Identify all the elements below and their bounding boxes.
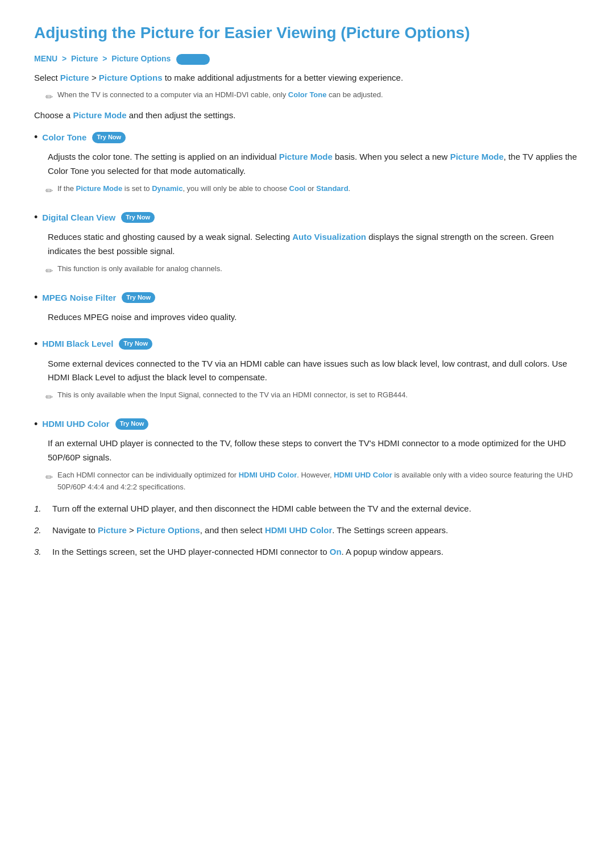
try-now-mpeg-noise[interactable]: Try Now: [122, 292, 155, 304]
list-item-digital-clean-view: • Digital Clean View Try Now Reduces sta…: [34, 209, 580, 278]
color-tone-inline: Color Tone: [288, 90, 327, 99]
list-item-hdmi-uhd-color: • HDMI UHD Color Try Now If an external …: [34, 416, 580, 559]
step-text-3: In the Settings screen, set the UHD play…: [52, 545, 443, 559]
color-tone-note: ✏ If the Picture Mode is set to Dynamic,…: [45, 183, 580, 198]
standard-ref: Standard: [316, 184, 348, 193]
hdmi-uhd-nav-ref: HDMI UHD Color: [265, 525, 332, 535]
bullet-icon-1: •: [34, 129, 38, 146]
mpeg-noise-label: MPEG Noise Filter: [42, 291, 116, 305]
bullet-icon-3: •: [34, 289, 38, 306]
main-list: • Color Tone Try Now Adjusts the color t…: [34, 129, 580, 559]
uhd-step-3: In the Settings screen, set the UHD play…: [34, 545, 580, 559]
hdmi-uhd-color-label: HDMI UHD Color: [42, 417, 109, 431]
breadcrumb-picture: Picture: [71, 54, 98, 63]
list-item-hdmi-black-level: • HDMI Black Level Try Now Some external…: [34, 336, 580, 405]
note-icon-hdmi-black: ✏: [45, 390, 53, 405]
breadcrumb: MENU > Picture > Picture Options Try Now: [34, 52, 580, 65]
step-text-2: Navigate to Picture > Picture Options, a…: [52, 524, 448, 537]
hdmi-note: ✏ When the TV is connected to a computer…: [45, 89, 580, 105]
uhd-step-2: Navigate to Picture > Picture Options, a…: [34, 524, 580, 537]
color-tone-label: Color Tone: [42, 131, 86, 144]
picture-mode-ref-1: Picture Mode: [279, 152, 333, 161]
note-icon-color-tone: ✏: [45, 184, 53, 198]
on-ref: On: [330, 547, 342, 556]
auto-viz-ref: Auto Visualization: [292, 232, 366, 242]
hdmi-black-level-body: Some external devices connected to the T…: [48, 357, 580, 385]
mpeg-noise-body: Reduces MPEG noise and improves video qu…: [48, 310, 580, 325]
picture-options-nav-ref: Picture Options: [136, 525, 200, 535]
note-icon-dcv: ✏: [45, 264, 53, 279]
digital-clean-view-note: ✏ This function is only available for an…: [45, 263, 580, 279]
note-icon-uhd: ✏: [45, 470, 53, 485]
digital-clean-view-label: Digital Clean View: [42, 211, 115, 225]
hdmi-uhd-ref-2: HDMI UHD Color: [334, 471, 392, 479]
list-item-mpeg-noise: • MPEG Noise Filter Try Now Reduces MPEG…: [34, 289, 580, 325]
color-tone-body: Adjusts the color tone. The setting is a…: [48, 150, 580, 178]
breadcrumb-options: Picture Options: [111, 54, 171, 63]
digital-clean-view-note-text: This function is only available for anal…: [57, 263, 222, 275]
try-now-color-tone[interactable]: Try Now: [92, 132, 126, 143]
hdmi-black-level-note: ✏ This is only available when the Input …: [45, 389, 580, 405]
try-now-hdmi-black-level[interactable]: Try Now: [119, 338, 152, 350]
bullet-icon-5: •: [34, 416, 38, 433]
hdmi-black-level-note-text: This is only available when the Input Si…: [57, 389, 408, 401]
hdmi-black-level-label: HDMI Black Level: [42, 337, 113, 351]
color-tone-note-text: If the Picture Mode is set to Dynamic, y…: [57, 183, 350, 195]
try-now-hdmi-uhd-color[interactable]: Try Now: [115, 418, 149, 430]
hdmi-uhd-color-note-text: Each HDMI connector can be individually …: [57, 470, 580, 493]
picture-mode-choose: Picture Mode: [73, 110, 126, 120]
hdmi-uhd-ref-1: HDMI UHD Color: [239, 471, 297, 479]
breadcrumb-menu: MENU: [34, 54, 57, 63]
hdmi-uhd-color-body: If an external UHD player is connected t…: [48, 437, 580, 465]
hdmi-note-text: When the TV is connected to a computer v…: [57, 89, 383, 101]
digital-clean-view-body: Reduces static and ghosting caused by a …: [48, 230, 580, 259]
choose-text: Choose a Picture Mode and then adjust th…: [34, 109, 580, 122]
bullet-icon-2: •: [34, 209, 38, 226]
cool-ref: Cool: [289, 184, 306, 193]
page-title: Adjusting the Picture for Easier Viewing…: [34, 23, 580, 43]
bullet-icon-4: •: [34, 336, 38, 352]
try-now-badge-header[interactable]: Try Now: [176, 54, 210, 65]
picture-mode-ref-2: Picture Mode: [450, 152, 504, 161]
list-item-color-tone: • Color Tone Try Now Adjusts the color t…: [34, 129, 580, 198]
intro-picture-options-link: Picture Options: [99, 73, 163, 82]
dynamic-ref: Dynamic: [152, 184, 182, 193]
step-text-1: Turn off the external UHD player, and th…: [52, 502, 471, 516]
try-now-digital-clean-view[interactable]: Try Now: [121, 212, 155, 223]
note-icon-hdmi: ✏: [45, 90, 53, 105]
picture-nav-ref: Picture: [98, 525, 127, 535]
picture-mode-ref-3: Picture Mode: [76, 184, 123, 193]
intro-picture-link: Picture: [60, 73, 89, 82]
uhd-steps-list: Turn off the external UHD player, and th…: [34, 502, 580, 559]
intro-text: Select Picture > Picture Options to make…: [34, 71, 580, 85]
hdmi-uhd-color-note: ✏ Each HDMI connector can be individuall…: [45, 470, 580, 493]
uhd-step-1: Turn off the external UHD player, and th…: [34, 502, 580, 516]
